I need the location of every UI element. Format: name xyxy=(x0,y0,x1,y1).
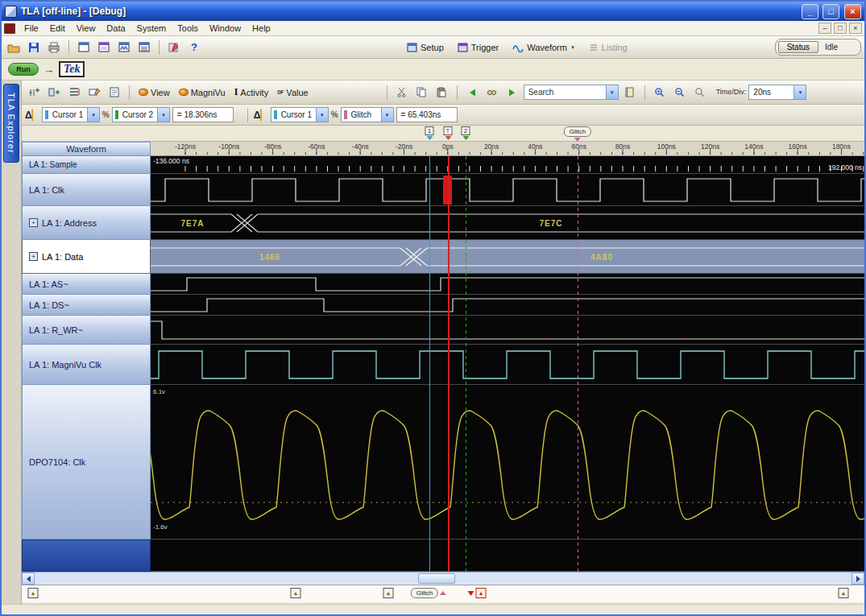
time-ruler[interactable]: -120ns-100ns-80ns-60ns-40ns-20ns0ps20ns4… xyxy=(151,142,864,156)
signal-label-as[interactable]: LA 1: AS~ xyxy=(22,274,151,295)
trigger-marker-bottom[interactable]: ▲ xyxy=(468,588,487,598)
setup-button[interactable]: Setup xyxy=(401,40,450,55)
magnivu-clk-waveform[interactable] xyxy=(151,345,864,385)
setup-window-icon[interactable] xyxy=(75,39,93,56)
waveform-column-header[interactable]: Waveform xyxy=(22,142,151,156)
as-waveform[interactable] xyxy=(151,274,864,295)
glitch-line[interactable] xyxy=(578,156,578,572)
mdi-minimize-button[interactable]: – xyxy=(818,23,831,34)
menu-data[interactable]: Data xyxy=(102,23,130,34)
open-file-icon[interactable] xyxy=(5,39,23,56)
clk-waveform[interactable] xyxy=(151,174,864,206)
scroll-left-button[interactable] xyxy=(22,573,35,585)
activity-button[interactable]: I Activity xyxy=(231,85,272,100)
signal-label-clk[interactable]: LA 1: Clk xyxy=(22,174,151,206)
signal-label-dpo-clk[interactable]: DPO7104: Clk xyxy=(22,385,151,540)
rename-icon[interactable] xyxy=(85,85,103,101)
bottom-marker-left[interactable]: ▲ xyxy=(28,588,39,598)
cursor1-combobox-b[interactable]: Cursor 1 ▼ xyxy=(271,107,329,122)
menu-tools[interactable]: Tools xyxy=(172,23,203,34)
run-button[interactable]: Run xyxy=(8,63,39,76)
mdi-close-button[interactable]: × xyxy=(849,23,862,34)
menu-edit[interactable]: Edit xyxy=(45,23,70,34)
paste-icon[interactable] xyxy=(433,85,451,101)
maximize-button[interactable]: □ xyxy=(822,4,839,19)
view-button[interactable]: View xyxy=(135,86,173,99)
glitch-combobox[interactable]: Glitch ▼ xyxy=(341,107,394,122)
cursor1-combobox-a[interactable]: Cursor 1 ▼ xyxy=(42,107,100,122)
notebook-icon[interactable] xyxy=(621,85,639,101)
search-combobox[interactable]: Search ▼ xyxy=(524,85,619,100)
address-waveform[interactable]: 7E7A 7E7C xyxy=(151,206,864,240)
timediv-combobox[interactable]: 20ns ▼ xyxy=(748,85,806,100)
minimize-button[interactable]: _ xyxy=(802,4,818,19)
scroll-right-button[interactable] xyxy=(851,573,864,585)
next-match-icon[interactable] xyxy=(503,85,521,101)
menu-help[interactable]: Help xyxy=(247,23,276,34)
cut-icon[interactable] xyxy=(393,85,411,101)
magnivu-button[interactable]: MagniVu xyxy=(176,86,229,99)
cursor2-dropdown-arrow-icon[interactable]: ▼ xyxy=(157,108,169,122)
marker-2[interactable]: 2 xyxy=(462,126,470,140)
cursor1-dropdown-arrow-icon-a[interactable]: ▼ xyxy=(87,108,99,122)
glitch-dropdown-arrow-icon[interactable]: ▼ xyxy=(381,108,393,122)
zoom-out-icon[interactable] xyxy=(671,85,689,101)
signal-label-sample[interactable]: LA 1: Sample xyxy=(22,156,151,174)
group-signals-icon[interactable] xyxy=(65,85,83,101)
marker-1[interactable]: 1 xyxy=(425,126,434,140)
find-icon[interactable] xyxy=(483,85,501,101)
help-icon[interactable]: ? xyxy=(185,39,203,56)
add-group-icon[interactable] xyxy=(45,85,63,101)
waveform-button[interactable]: Waveform ▼ xyxy=(507,40,581,55)
ds-waveform[interactable] xyxy=(151,295,864,316)
dpo-clk-waveform[interactable]: 6.1v -1.6v xyxy=(151,385,864,540)
print-icon[interactable] xyxy=(45,39,63,56)
scrollbar-thumb[interactable] xyxy=(418,573,455,584)
tla-explorer-tab[interactable]: TLA Explorer xyxy=(3,84,19,163)
signal-label-data[interactable]: + LA 1: Data xyxy=(22,240,151,274)
bottom-marker-right[interactable]: ▲ xyxy=(839,588,849,598)
mdi-restore-button[interactable]: □ xyxy=(834,23,847,34)
signal-label-address[interactable]: + LA 1: Address xyxy=(22,206,151,240)
add-waveform-icon[interactable] xyxy=(25,85,43,101)
expand-bus-icon[interactable]: + xyxy=(29,252,38,261)
value-button[interactable]: 0F Value xyxy=(274,86,312,99)
edit-properties-icon[interactable] xyxy=(165,39,183,56)
cursor2-combobox[interactable]: Cursor 2 ▼ xyxy=(112,107,170,122)
horizontal-scrollbar[interactable] xyxy=(22,572,864,585)
data-waveform[interactable]: 1466 4A80 xyxy=(151,240,864,274)
signal-label-ds[interactable]: LA 1: DS~ xyxy=(22,295,151,316)
trigger-window-icon[interactable] xyxy=(95,39,113,56)
cursor1-dropdown-arrow-icon-b[interactable]: ▼ xyxy=(316,108,328,122)
trigger-line[interactable] xyxy=(448,156,450,572)
timediv-dropdown-arrow-icon[interactable]: ▼ xyxy=(793,85,806,99)
save-icon[interactable] xyxy=(25,39,43,56)
listing-button[interactable]: Listing xyxy=(583,40,633,55)
bottom-marker-b[interactable]: ▲ xyxy=(383,588,394,598)
menu-file[interactable]: File xyxy=(19,23,44,34)
glitch-marker-top[interactable]: Glitch xyxy=(564,126,591,142)
delta-time-icon-2[interactable]: Δ▏ xyxy=(254,110,268,121)
expand-bus-icon[interactable]: + xyxy=(29,218,38,227)
signal-label-magnivu-clk[interactable]: LA 1: MagniVu Clk xyxy=(22,345,151,385)
close-button[interactable]: × xyxy=(844,4,861,19)
trigger-marker[interactable]: T xyxy=(444,126,453,140)
signal-label-rwr[interactable]: LA 1: R_WR~ xyxy=(22,316,151,345)
waveform-window-icon[interactable] xyxy=(115,39,133,56)
menu-view[interactable]: View xyxy=(72,23,101,34)
cursor1-line[interactable] xyxy=(429,156,430,572)
search-dropdown-arrow-icon[interactable]: ▼ xyxy=(606,85,618,99)
menu-system[interactable]: System xyxy=(132,23,172,34)
zoom-fit-icon[interactable] xyxy=(691,85,709,101)
prev-match-icon[interactable] xyxy=(463,85,481,101)
trigger-button[interactable]: Trigger xyxy=(452,40,504,55)
zoom-in-icon[interactable] xyxy=(651,85,669,101)
cursor2-line[interactable] xyxy=(466,156,466,572)
listing-window-icon[interactable] xyxy=(135,39,153,56)
menu-window[interactable]: Window xyxy=(205,23,246,34)
status-button[interactable]: Status xyxy=(778,41,818,53)
search-input[interactable]: Search xyxy=(524,85,606,99)
rwr-waveform[interactable] xyxy=(151,316,864,345)
properties-icon[interactable] xyxy=(106,85,123,101)
bottom-marker-a[interactable]: ▲ xyxy=(291,588,301,598)
